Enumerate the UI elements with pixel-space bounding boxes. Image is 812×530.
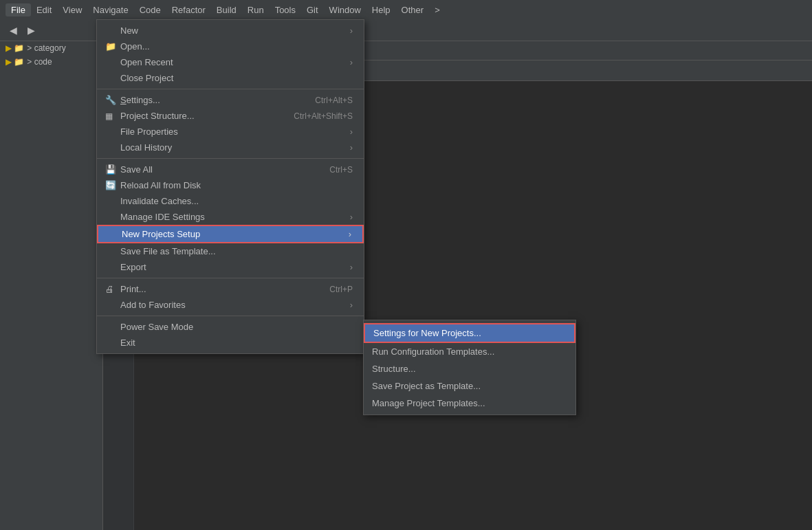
submenu-item-manage-project-templates[interactable]: Manage Project Templates... — [364, 395, 575, 412]
menu-item-close-project[interactable]: Close Project — [97, 70, 364, 86]
open-icon: 📁 — [105, 41, 118, 52]
menu-navigate[interactable]: Navigate — [87, 3, 133, 16]
toolbar-forward[interactable]: ▶ — [23, 23, 39, 38]
new-projects-setup-arrow: › — [349, 229, 351, 239]
project-structure-shortcut: Ctrl+Alt+Shift+S — [294, 111, 353, 121]
menu-item-new[interactable]: New › — [97, 23, 364, 38]
menu-item-export[interactable]: Export › — [97, 259, 364, 275]
print-icon: 🖨 — [105, 284, 118, 294]
toolbar-back[interactable]: ◀ — [6, 23, 21, 38]
manage-ide-arrow: › — [350, 212, 353, 222]
open-recent-arrow: › — [350, 57, 353, 67]
menu-tools[interactable]: Tools — [270, 3, 301, 16]
folder-icon-code: ▶ 📁 — [6, 57, 24, 67]
save-all-icon: 💾 — [105, 164, 118, 175]
submenu-item-run-config-templates[interactable]: Run Configuration Templates... — [364, 343, 575, 360]
menu-item-exit[interactable]: Exit — [97, 335, 364, 351]
menu-run[interactable]: Run — [242, 3, 270, 16]
submenu-item-save-project-template[interactable]: Save Project as Template... — [364, 377, 575, 395]
menu-item-manage-ide[interactable]: Manage IDE Settings › — [97, 209, 364, 225]
export-arrow: › — [350, 262, 353, 272]
menu-more[interactable]: > — [429, 3, 446, 16]
reload-icon: 🔄 — [105, 180, 118, 190]
file-properties-arrow: › — [350, 126, 353, 137]
print-shortcut: Ctrl+P — [329, 285, 353, 294]
sidebar-item-category[interactable]: ▶ 📁 > category — [0, 41, 102, 55]
save-all-shortcut: Ctrl+S — [329, 165, 353, 175]
menu-item-save-file-template[interactable]: Save File as Template... — [97, 243, 364, 259]
menu-file[interactable]: File — [6, 3, 31, 16]
menu-item-file-properties[interactable]: File Properties › — [97, 124, 364, 140]
menu-other[interactable]: Other — [396, 3, 430, 16]
menu-item-open[interactable]: 📁 Open... — [97, 38, 364, 54]
settings-icon: 🔧 — [105, 95, 118, 105]
new-arrow: › — [350, 25, 353, 36]
add-favorites-arrow: › — [350, 300, 353, 310]
menu-git[interactable]: Git — [301, 3, 324, 16]
menu-refactor[interactable]: Refactor — [166, 3, 211, 16]
project-sidebar: ▶ 📁 > category ▶ 📁 > code — [0, 41, 103, 530]
menu-window[interactable]: Window — [324, 3, 366, 16]
menu-item-invalidate-caches[interactable]: Invalidate Caches... — [97, 193, 364, 209]
menu-item-print[interactable]: 🖨 Print... Ctrl+P — [97, 281, 364, 297]
separator-4 — [97, 316, 364, 316]
menu-item-open-recent[interactable]: Open Recent › — [97, 54, 364, 70]
menu-item-new-projects-setup[interactable]: New Projects Setup › — [97, 225, 364, 243]
file-menu-dropdown: New › 📁 Open... Open Recent › Close Proj… — [96, 19, 364, 354]
menu-help[interactable]: Help — [366, 3, 396, 16]
menu-edit[interactable]: Edit — [31, 3, 57, 16]
separator-1 — [97, 89, 364, 89]
menu-item-project-structure[interactable]: ▦ Project Structure... Ctrl+Alt+Shift+S — [97, 108, 364, 124]
submenu-item-structure[interactable]: Structure... — [364, 360, 575, 377]
local-history-arrow: › — [350, 142, 353, 153]
menu-build[interactable]: Build — [211, 3, 242, 16]
new-projects-setup-submenu: Settings for New Projects... Run Configu… — [363, 320, 576, 415]
menu-item-settings[interactable]: 🔧 SSettings...ettings... Ctrl+Alt+S — [97, 92, 364, 108]
menu-item-power-save[interactable]: Power Save Mode — [97, 319, 364, 335]
separator-3 — [97, 278, 364, 278]
menu-bar: File Edit View Navigate Code Refactor Bu… — [0, 0, 812, 19]
folder-icon-category: ▶ 📁 — [6, 43, 24, 53]
sidebar-item-code[interactable]: ▶ 📁 > code — [0, 55, 102, 69]
submenu-item-settings-new-projects[interactable]: Settings for New Projects... — [364, 323, 575, 343]
menu-view[interactable]: View — [57, 3, 87, 16]
separator-2 — [97, 158, 364, 159]
menu-item-save-all[interactable]: 💾 Save All Ctrl+S — [97, 162, 364, 177]
menu-item-local-history[interactable]: Local History › — [97, 140, 364, 155]
settings-shortcut: Ctrl+Alt+S — [315, 96, 353, 105]
menu-code[interactable]: Code — [134, 3, 166, 16]
project-structure-icon: ▦ — [105, 111, 118, 121]
menu-item-reload-disk[interactable]: 🔄 Reload All from Disk — [97, 177, 364, 193]
menu-item-add-favorites[interactable]: Add to Favorites › — [97, 297, 364, 313]
